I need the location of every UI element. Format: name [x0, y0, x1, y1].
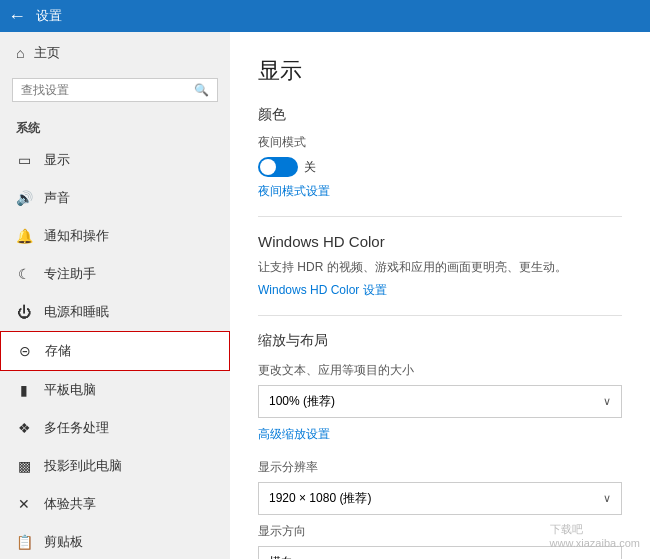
search-input[interactable]: [21, 83, 194, 97]
sidebar-home-label: 主页: [34, 44, 60, 62]
search-box[interactable]: 🔍: [12, 78, 218, 102]
sidebar-section-title: 系统: [0, 112, 230, 141]
search-icon: 🔍: [194, 83, 209, 97]
sidebar-item-label: 投影到此电脑: [44, 457, 122, 475]
sidebar-item-label: 电源和睡眠: [44, 303, 109, 321]
sidebar-item-project[interactable]: ▩ 投影到此电脑: [0, 447, 230, 485]
notification-icon: 🔔: [16, 228, 32, 244]
sidebar-item-notifications[interactable]: 🔔 通知和操作: [0, 217, 230, 255]
project-icon: ▩: [16, 458, 32, 474]
scale-value: 100% (推荐): [269, 393, 335, 410]
share-icon: ✕: [16, 496, 32, 512]
sidebar-item-label: 多任务处理: [44, 419, 109, 437]
hd-color-settings-link[interactable]: Windows HD Color 设置: [258, 282, 622, 299]
toggle-knob: [260, 159, 276, 175]
divider-2: [258, 315, 622, 316]
sidebar-item-sound[interactable]: 🔊 声音: [0, 179, 230, 217]
tablet-icon: ▮: [16, 382, 32, 398]
scale-advanced-link[interactable]: 高级缩放设置: [258, 426, 622, 443]
main-layout: ⌂ 主页 🔍 系统 ▭ 显示 🔊 声音 🔔 通知和操作 ☾ 专注助手 ⏻ 电: [0, 32, 650, 559]
orientation-value: 横向: [269, 554, 293, 559]
resolution-dropdown[interactable]: 1920 × 1080 (推荐) ∨: [258, 482, 622, 515]
resolution-dropdown-arrow: ∨: [603, 492, 611, 505]
sidebar-item-label: 存储: [45, 342, 71, 360]
back-button[interactable]: ←: [8, 6, 26, 27]
color-section-title: 颜色: [258, 106, 622, 124]
sidebar-item-storage[interactable]: ⊝ 存储: [0, 331, 230, 371]
sidebar-item-label: 剪贴板: [44, 533, 83, 551]
orientation-label: 显示方向: [258, 523, 622, 540]
display-icon: ▭: [16, 152, 32, 168]
night-mode-toggle[interactable]: [258, 157, 298, 177]
storage-icon: ⊝: [17, 343, 33, 359]
sound-icon: 🔊: [16, 190, 32, 206]
sidebar-item-clipboard[interactable]: 📋 剪贴板: [0, 523, 230, 559]
power-icon: ⏻: [16, 304, 32, 320]
sidebar-item-label: 显示: [44, 151, 70, 169]
focus-icon: ☾: [16, 266, 32, 282]
night-mode-settings-link[interactable]: 夜间模式设置: [258, 183, 622, 200]
title-bar-title: 设置: [36, 7, 62, 25]
sidebar-item-label: 通知和操作: [44, 227, 109, 245]
content-area: 显示 颜色 夜间模式 关 夜间模式设置 Windows HD Color 让支持…: [230, 32, 650, 559]
sidebar-item-display[interactable]: ▭ 显示: [0, 141, 230, 179]
home-icon: ⌂: [16, 45, 24, 61]
sidebar-item-home[interactable]: ⌂ 主页: [0, 32, 230, 74]
divider-1: [258, 216, 622, 217]
toggle-text: 关: [304, 159, 316, 176]
sidebar-item-label: 平板电脑: [44, 381, 96, 399]
orientation-dropdown[interactable]: 横向 ∨: [258, 546, 622, 559]
multitask-icon: ❖: [16, 420, 32, 436]
hd-color-desc: 让支持 HDR 的视频、游戏和应用的画面更明亮、更生动。: [258, 258, 622, 276]
resolution-value: 1920 × 1080 (推荐): [269, 490, 371, 507]
scale-label: 更改文本、应用等项目的大小: [258, 362, 622, 379]
clipboard-icon: 📋: [16, 534, 32, 550]
sidebar-item-label: 专注助手: [44, 265, 96, 283]
scale-dropdown[interactable]: 100% (推荐) ∨: [258, 385, 622, 418]
title-bar: ← 设置: [0, 0, 650, 32]
sidebar-item-label: 声音: [44, 189, 70, 207]
sidebar: ⌂ 主页 🔍 系统 ▭ 显示 🔊 声音 🔔 通知和操作 ☾ 专注助手 ⏻ 电: [0, 32, 230, 559]
sidebar-item-tablet[interactable]: ▮ 平板电脑: [0, 371, 230, 409]
sidebar-item-multitask[interactable]: ❖ 多任务处理: [0, 409, 230, 447]
sidebar-item-focus[interactable]: ☾ 专注助手: [0, 255, 230, 293]
resolution-label: 显示分辨率: [258, 459, 622, 476]
sidebar-item-label: 体验共享: [44, 495, 96, 513]
scale-dropdown-arrow: ∨: [603, 395, 611, 408]
night-mode-label: 夜间模式: [258, 134, 622, 151]
night-mode-row: 关: [258, 157, 622, 177]
page-title: 显示: [258, 56, 622, 86]
sidebar-item-power[interactable]: ⏻ 电源和睡眠: [0, 293, 230, 331]
sidebar-item-share[interactable]: ✕ 体验共享: [0, 485, 230, 523]
scale-section-title: 缩放与布局: [258, 332, 622, 350]
hd-color-title: Windows HD Color: [258, 233, 622, 250]
